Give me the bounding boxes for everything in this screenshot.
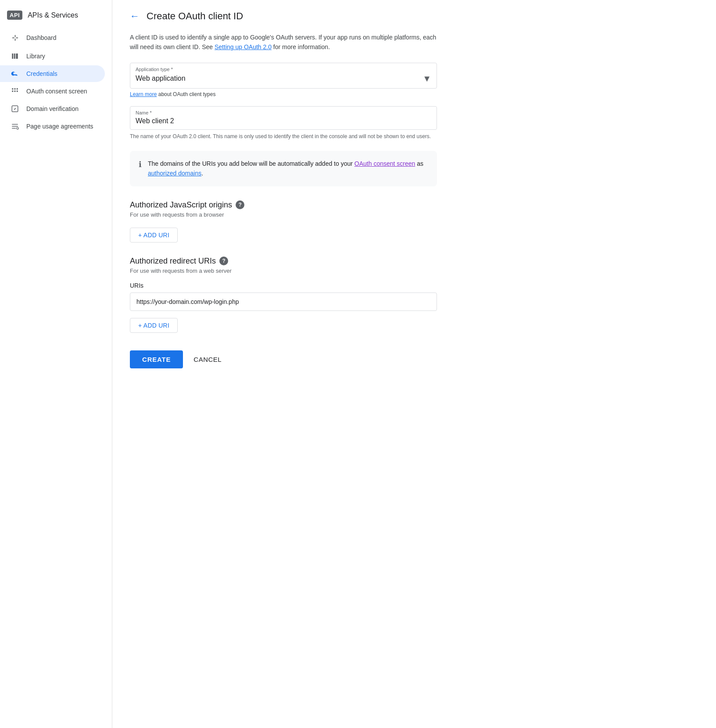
svg-rect-5 bbox=[17, 88, 18, 89]
page-header: ← Create OAuth client ID bbox=[130, 11, 698, 22]
create-button[interactable]: CREATE bbox=[130, 350, 183, 368]
bottom-actions: CREATE CANCEL bbox=[130, 350, 437, 386]
consent-screen-link[interactable]: OAuth consent screen bbox=[354, 160, 415, 167]
svg-rect-6 bbox=[12, 91, 13, 92]
uri-input[interactable] bbox=[130, 293, 437, 311]
main-content: ← Create OAuth client ID A client ID is … bbox=[112, 0, 716, 728]
svg-rect-2 bbox=[16, 54, 18, 59]
sidebar-nav: ⊹ Dashboard Library Credentials OAuth co… bbox=[0, 29, 112, 135]
learn-more-text: Learn more about OAuth client types bbox=[130, 91, 437, 97]
domain-icon bbox=[11, 105, 19, 113]
sidebar-item-label: Domain verification bbox=[26, 105, 79, 112]
redirect-uris-title: Authorized redirect URIs bbox=[130, 257, 216, 266]
sidebar-item-label: Dashboard bbox=[26, 34, 57, 41]
info-text-after: . bbox=[201, 170, 203, 177]
redirect-uris-help-icon[interactable]: ? bbox=[219, 257, 228, 265]
svg-rect-7 bbox=[14, 91, 16, 92]
description-text-after: for more information. bbox=[272, 43, 330, 50]
app-type-field: Application type * Web application ▼ bbox=[130, 63, 437, 89]
sidebar-item-library[interactable]: Library bbox=[0, 48, 105, 64]
js-origins-title-row: Authorized JavaScript origins ? bbox=[130, 200, 437, 210]
back-button[interactable]: ← bbox=[130, 11, 140, 22]
info-text-middle: as bbox=[415, 160, 423, 167]
name-input[interactable] bbox=[136, 117, 431, 125]
page-title: Create OAuth client ID bbox=[147, 11, 243, 22]
app-type-value: Web application bbox=[136, 75, 186, 82]
uris-label: URIs bbox=[130, 282, 437, 289]
credentials-icon bbox=[11, 70, 19, 78]
sidebar-header: API APIs & Services bbox=[0, 7, 112, 29]
info-text-before: The domains of the URIs you add below wi… bbox=[148, 160, 354, 167]
sidebar-item-dashboard[interactable]: ⊹ Dashboard bbox=[0, 29, 105, 47]
svg-rect-4 bbox=[14, 88, 16, 89]
sidebar-title: APIs & Services bbox=[28, 11, 78, 19]
page-usage-icon bbox=[11, 122, 19, 130]
cancel-button[interactable]: CANCEL bbox=[190, 350, 225, 368]
svg-rect-0 bbox=[12, 54, 13, 59]
sidebar-item-domain[interactable]: Domain verification bbox=[0, 100, 105, 117]
learn-more-suffix: about OAuth client types bbox=[157, 91, 215, 97]
info-icon: ℹ bbox=[139, 160, 142, 169]
sidebar: API APIs & Services ⊹ Dashboard Library … bbox=[0, 0, 112, 728]
svg-rect-1 bbox=[14, 54, 15, 59]
name-label: Name * bbox=[136, 110, 431, 115]
svg-rect-8 bbox=[17, 91, 18, 92]
js-origins-desc: For use with requests from a browser bbox=[130, 211, 437, 218]
redirect-uris-title-row: Authorized redirect URIs ? bbox=[130, 257, 437, 266]
redirect-uris-desc: For use with requests from a web server bbox=[130, 268, 437, 274]
sidebar-item-label: Library bbox=[26, 53, 45, 60]
redirect-uris-section: Authorized redirect URIs ? For use with … bbox=[130, 257, 437, 333]
library-icon bbox=[11, 52, 19, 60]
authorized-domains-link[interactable]: authorized domains bbox=[148, 170, 201, 177]
name-field: Name * bbox=[130, 106, 437, 130]
sidebar-item-credentials[interactable]: Credentials bbox=[0, 65, 105, 82]
sidebar-item-oauth[interactable]: OAuth consent screen bbox=[0, 83, 105, 100]
sidebar-item-page-usage[interactable]: Page usage agreements bbox=[0, 118, 105, 135]
dashboard-icon: ⊹ bbox=[11, 33, 19, 43]
oauth-icon bbox=[11, 87, 19, 95]
redirect-uris-add-uri-button[interactable]: + ADD URI bbox=[130, 318, 178, 333]
app-type-label: Application type * bbox=[136, 67, 431, 72]
info-box: ℹ The domains of the URIs you add below … bbox=[130, 151, 437, 186]
api-logo: API bbox=[7, 11, 22, 20]
chevron-down-icon: ▼ bbox=[422, 74, 431, 84]
svg-rect-3 bbox=[12, 88, 13, 89]
name-hint: The name of your OAuth 2.0 client. This … bbox=[130, 132, 437, 140]
svg-line-14 bbox=[18, 128, 18, 129]
description: A client ID is used to identify a single… bbox=[130, 32, 437, 52]
js-origins-title: Authorized JavaScript origins bbox=[130, 200, 232, 210]
oauth-setup-link[interactable]: Setting up OAuth 2.0 bbox=[215, 43, 272, 50]
info-text: The domains of the URIs you add below wi… bbox=[148, 159, 428, 178]
sidebar-item-label: Credentials bbox=[26, 70, 57, 77]
js-origins-section: Authorized JavaScript origins ? For use … bbox=[130, 200, 437, 243]
app-type-select[interactable]: Web application ▼ bbox=[136, 74, 431, 84]
sidebar-item-label: OAuth consent screen bbox=[26, 88, 87, 95]
form-section: Application type * Web application ▼ Lea… bbox=[130, 63, 437, 386]
sidebar-item-label: Page usage agreements bbox=[26, 123, 93, 130]
js-origins-add-uri-button[interactable]: + ADD URI bbox=[130, 228, 178, 243]
learn-more-link[interactable]: Learn more bbox=[130, 91, 157, 97]
js-origins-help-icon[interactable]: ? bbox=[236, 200, 244, 209]
